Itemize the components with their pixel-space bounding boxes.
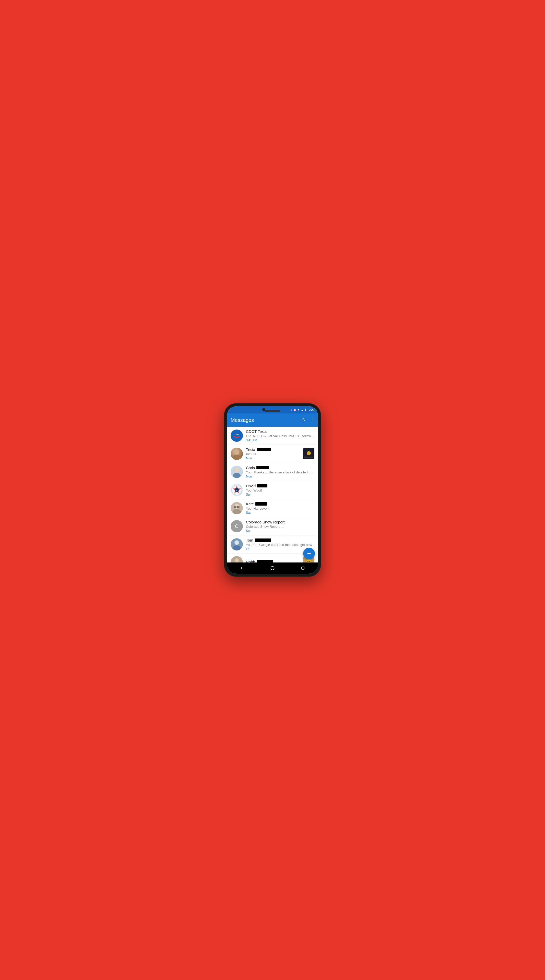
message-content: David You: Woot! Sun [246,484,314,496]
avatar: X [231,484,243,496]
name-redacted [257,484,268,487]
conversation-item[interactable]: C Colorado Snow Report Colorado Snow Rep… [227,517,318,535]
svg-point-27 [233,546,241,550]
message-header: CDOT Texts [246,429,314,434]
message-time: Sun [246,493,314,496]
svg-point-28 [235,541,239,545]
name-redacted [257,560,273,563]
message-content: Tom You: But Google can't find their ass… [246,538,314,551]
contact-name: Tom [246,538,253,542]
svg-point-32 [235,558,239,563]
message-header: Colorado Snow Report [246,520,314,524]
conversation-item[interactable]: Kate You: Ha! Love it Sat [227,499,318,517]
message-thumbnail [303,448,314,460]
avatar [231,538,243,550]
conversation-item[interactable]: CDO CDOT Texts OPEN- EB I-70 at Vail Pas… [227,427,318,445]
svg-text:CDO: CDO [235,433,239,436]
phone-screen: ★ ⏰ ▼ ▲ ▐ 6:23 Messages ⋮ [227,406,318,574]
alarm-icon: ⏰ [293,409,296,411]
message-content: Chris You: Thanks.... Because a lack of … [246,466,314,478]
message-content: Colorado Snow Report Colorado Snow Repor… [246,520,314,533]
search-icon[interactable] [301,417,306,423]
message-header: David [246,484,314,488]
status-time: 6:23 [309,408,314,411]
app-bar: Messages ⋮ [227,414,318,427]
message-preview: Picture [246,452,300,456]
message-time: Sat [246,529,314,533]
message-time: 3:41 AM [246,438,314,442]
conversation-item[interactable]: Tricia Picture Mon [227,445,318,463]
contact-name: David [246,484,256,488]
avatar [231,502,243,514]
svg-point-35 [271,566,274,570]
compose-fab[interactable] [303,548,315,559]
battery-icon: ▐ [305,409,306,411]
name-redacted [257,448,271,451]
message-header: Tom [246,538,314,542]
svg-point-11 [233,473,241,478]
contact-name: CDOT Texts [246,429,267,434]
message-header: Kate [246,502,314,506]
message-time: Mon [246,457,300,460]
message-content: Robb [246,560,300,563]
message-content: Kate You: Ha! Love it Sat [246,502,314,514]
app-title: Messages [231,417,301,423]
conversation-item[interactable]: X David You: Woot! Sun [227,481,318,499]
message-time: Mon [246,475,314,478]
nav-bar [227,563,318,574]
svg-point-3 [233,455,241,460]
message-content: Tricia Picture Mon [246,447,300,460]
svg-text:X: X [236,489,237,492]
avatar [231,556,243,563]
message-preview: You: Woot! [246,488,314,492]
svg-point-12 [235,468,239,472]
contact-name: Chris [246,466,255,470]
name-redacted [255,502,267,506]
contact-name: Tricia [246,447,255,452]
status-icons: ★ ⏰ ▼ ▲ ▐ [290,409,306,411]
contact-name: Robb [246,560,255,563]
avatar [231,466,243,478]
avatar: C [231,520,243,532]
messages-list: CDO CDOT Texts OPEN- EB I-70 at Vail Pas… [227,427,318,563]
name-redacted [255,538,271,542]
home-button[interactable] [268,563,277,573]
message-preview: You: Ha! Love it [246,507,314,511]
message-header: Robb [246,560,300,563]
avatar [231,448,243,460]
contact-name: Colorado Snow Report [246,520,285,524]
conversation-item[interactable]: Chris You: Thanks.... Because a lack of … [227,463,318,481]
message-content: CDOT Texts OPEN- EB I-70 at Vail Pass, M… [246,429,314,442]
signal-icon: ▲ [301,409,303,411]
svg-point-20 [233,509,241,514]
message-header: Tricia [246,447,300,452]
bluetooth-icon: ★ [290,409,292,411]
message-preview: You: But Google can't find their ass rig… [246,543,314,547]
contact-name: Kate [246,502,254,506]
wifi-icon: ▼ [298,409,300,411]
svg-point-6 [307,451,311,455]
back-button[interactable] [237,563,247,573]
recents-button[interactable] [298,563,308,573]
svg-rect-36 [301,567,304,570]
message-preview: Colorado Snow Report … [246,525,314,528]
app-bar-actions: ⋮ [301,417,314,423]
status-bar: ★ ⏰ ▼ ▲ ▐ 6:23 [227,406,318,414]
message-preview: OPEN- EB I-70 at Vail Pass, MM 180, foll… [246,434,314,438]
message-header: Chris [246,466,314,470]
message-time: Sat [246,511,314,514]
avatar: CDO [231,430,243,442]
svg-text:😊: 😊 [306,559,312,563]
more-options-icon[interactable]: ⋮ [310,417,314,423]
svg-rect-8 [305,456,313,457]
phone-device: ★ ⏰ ▼ ▲ ▐ 6:23 Messages ⋮ [224,403,321,577]
message-preview: You: Thanks.... Because a lack of detail… [246,470,314,474]
name-redacted [257,466,269,469]
svg-point-4 [234,450,239,455]
avatar-initial: C [235,523,239,529]
